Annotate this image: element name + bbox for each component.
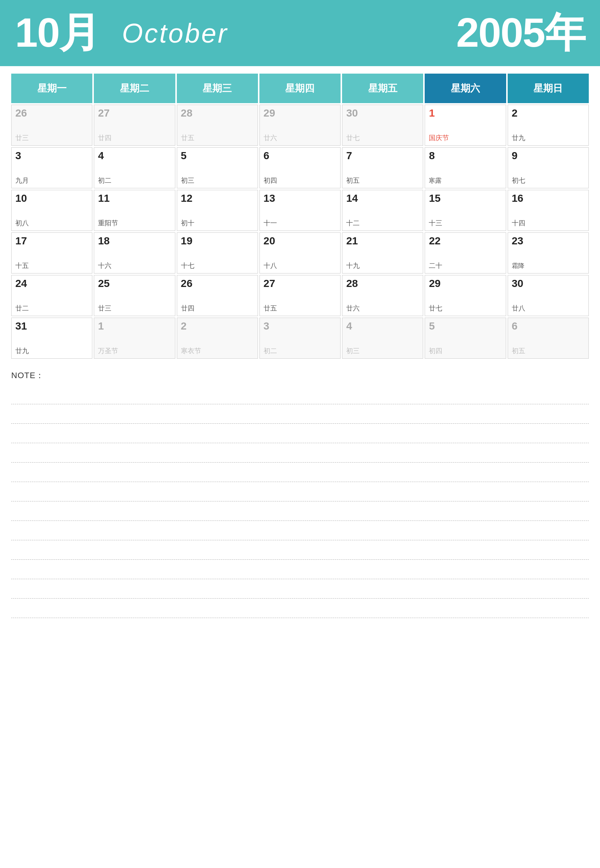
cal-cell: 26廿四 (177, 275, 258, 316)
note-lines (11, 385, 589, 618)
lunar-label: 十三 (429, 219, 442, 228)
day-number: 27 (264, 278, 336, 289)
note-line (11, 463, 589, 482)
day-number: 1 (98, 321, 171, 331)
cal-cell: 29廿六 (259, 104, 341, 146)
day-number: 23 (512, 236, 585, 246)
lunar-label: 十九 (346, 261, 360, 270)
day-number: 1 (429, 108, 502, 118)
lunar-label: 廿三 (15, 133, 29, 142)
day-number: 26 (15, 108, 88, 118)
cal-cell: 29廿七 (425, 275, 506, 316)
lunar-label: 十二 (346, 219, 360, 228)
cal-cell: 12初十 (177, 190, 258, 231)
weekday-cell: 星期一 (11, 74, 92, 103)
cal-cell: 13十一 (259, 190, 341, 231)
cal-cell: 5初三 (177, 147, 258, 188)
day-number: 7 (346, 151, 419, 161)
day-number: 27 (98, 108, 171, 118)
lunar-label: 廿七 (429, 304, 442, 313)
cal-cell: 3初二 (259, 318, 341, 359)
weekday-cell: 星期五 (342, 74, 423, 103)
lunar-label: 初二 (98, 176, 111, 185)
lunar-label: 廿五 (264, 304, 277, 313)
weekday-cell: 星期六 (425, 74, 506, 103)
cal-cell: 22二十 (425, 233, 506, 274)
cal-cell: 9初七 (508, 147, 589, 188)
note-line (11, 482, 589, 501)
weekday-row: 星期一星期二星期三星期四星期五星期六星期日 (11, 74, 589, 103)
lunar-label: 十八 (264, 261, 277, 270)
day-number: 14 (346, 193, 419, 204)
day-number: 21 (346, 236, 419, 246)
cal-cell: 30廿八 (508, 275, 589, 316)
lunar-label: 廿九 (15, 346, 29, 355)
lunar-label: 十四 (512, 219, 525, 228)
day-number: 6 (512, 321, 585, 331)
cal-cell: 1万圣节 (94, 318, 175, 359)
day-number: 4 (346, 321, 419, 331)
cal-cell: 2廿九 (508, 104, 589, 146)
day-number: 31 (15, 321, 88, 331)
day-number: 8 (429, 151, 502, 161)
lunar-label: 万圣节 (98, 346, 118, 355)
lunar-label: 二十 (429, 261, 442, 270)
cal-cell: 3九月 (11, 147, 92, 188)
cal-cell: 20十八 (259, 233, 341, 274)
lunar-label: 初五 (346, 176, 360, 185)
cal-cell: 17十五 (11, 233, 92, 274)
year: 2005年 (456, 5, 585, 61)
note-line (11, 385, 589, 404)
day-number: 5 (429, 321, 502, 331)
note-section: NOTE： (0, 359, 600, 618)
day-number: 12 (181, 193, 254, 204)
lunar-label: 初七 (512, 176, 525, 185)
cal-cell: 4初三 (342, 318, 423, 359)
lunar-label: 初三 (346, 346, 360, 355)
cal-cell: 15十三 (425, 190, 506, 231)
cal-cell: 23霜降 (508, 233, 589, 274)
day-number: 18 (98, 236, 171, 246)
cal-cell: 30廿七 (342, 104, 423, 146)
lunar-label: 霜降 (512, 262, 585, 270)
day-number: 25 (98, 278, 171, 289)
cal-cell: 18十六 (94, 233, 175, 274)
cal-cell: 4初二 (94, 147, 175, 188)
day-number: 11 (98, 193, 171, 204)
day-number: 16 (512, 193, 585, 204)
lunar-label: 初四 (264, 176, 277, 185)
calendar-grid: 26廿三27廿四28廿五29廿六30廿七1国庆节2廿九3九月4初二5初三6初四7… (11, 104, 589, 359)
note-line (11, 540, 589, 560)
cal-cell: 14十二 (342, 190, 423, 231)
cal-cell: 11重阳节 (94, 190, 175, 231)
lunar-label: 廿七 (346, 133, 360, 142)
cal-cell: 5初四 (425, 318, 506, 359)
lunar-label: 廿四 (181, 304, 194, 313)
lunar-label: 国庆节 (429, 133, 502, 142)
lunar-label: 寒衣节 (181, 346, 201, 355)
day-number: 2 (181, 321, 254, 331)
note-line (11, 579, 589, 599)
day-number: 22 (429, 236, 502, 246)
lunar-label: 重阳节 (98, 219, 118, 228)
lunar-label: 廿八 (512, 304, 525, 313)
lunar-label: 十六 (98, 261, 111, 270)
lunar-label: 寒露 (429, 176, 502, 185)
cal-cell: 28廿五 (177, 104, 258, 146)
lunar-label: 初十 (181, 219, 194, 228)
day-number: 13 (264, 193, 336, 204)
lunar-label: 十五 (15, 261, 29, 270)
lunar-label: 初二 (264, 346, 277, 355)
cal-cell: 6初四 (259, 147, 341, 188)
day-number: 5 (181, 151, 254, 161)
cal-cell: 8寒露 (425, 147, 506, 188)
cal-cell: 10初八 (11, 190, 92, 231)
lunar-label: 初四 (429, 346, 442, 355)
note-line (11, 599, 589, 618)
day-number: 3 (264, 321, 336, 331)
cal-cell: 16十四 (508, 190, 589, 231)
day-number: 29 (264, 108, 336, 118)
lunar-label: 廿五 (181, 133, 194, 142)
month-en: October (122, 18, 228, 48)
day-number: 28 (346, 278, 419, 289)
